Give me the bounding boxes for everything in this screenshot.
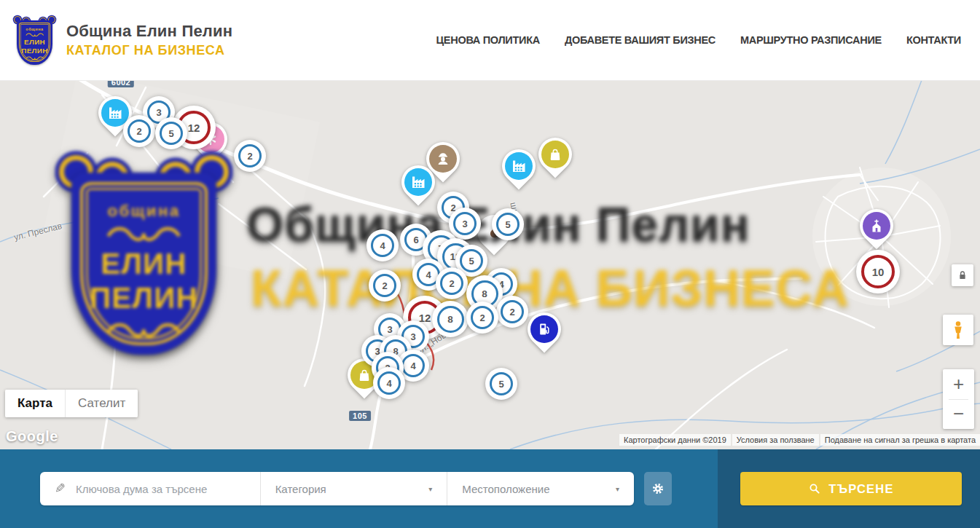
keyword-section: ✎: [40, 472, 261, 505]
search-icon: [808, 482, 821, 495]
watermark-subtitle: КАТАЛОГ НА БИЗНЕСА: [251, 259, 850, 318]
nav-route-schedule[interactable]: МАРШРУТНО РАЗПИСАНИЕ: [740, 34, 882, 46]
map-cluster-marker[interactable]: 2: [466, 302, 498, 334]
lock-button[interactable]: [952, 264, 973, 286]
search-button[interactable]: ТЪРСЕНЕ: [740, 472, 962, 505]
site-subtitle: КАТАЛОГ НА БИЗНЕСА: [66, 43, 232, 58]
elin-pelin-coat-of-arms: общинаЕЛИНПЕЛИН: [15, 15, 55, 64]
map-cluster-marker[interactable]: 4: [366, 229, 399, 261]
site-logo[interactable]: общинаЕЛИНПЕЛИН Община Елин Пелин КАТАЛО…: [15, 15, 232, 64]
search-input-group: ✎ Категория ▾ Местоположение ▾: [40, 472, 634, 505]
zoom-out-button[interactable]: −: [943, 399, 974, 429]
map-attribution: Картографски данни ©2019 Условия за полз…: [619, 434, 980, 446]
elin-pelin-coat-of-arms: общинаЕЛИНПЕЛИН: [62, 154, 226, 355]
chevron-down-icon: ▾: [428, 485, 432, 493]
site-title: Община Елин Пелин: [66, 22, 232, 41]
category-select-label: Категория: [275, 483, 326, 495]
search-bar: ✎ Категория ▾ Местоположение ▾: [0, 449, 980, 528]
site-header: общинаЕЛИНПЕЛИН Община Елин Пелин КАТАЛО…: [0, 0, 980, 81]
map-cluster-marker[interactable]: 5: [155, 117, 187, 149]
map-cluster-marker[interactable]: 2: [123, 115, 155, 147]
pegman-icon: [947, 319, 969, 341]
advanced-settings-button[interactable]: [644, 472, 672, 505]
pencil-icon: ✎: [55, 481, 66, 497]
search-button-label: ТЪРСЕНЕ: [828, 482, 893, 496]
location-select[interactable]: Местоположение ▾: [447, 472, 634, 505]
category-select[interactable]: Категория ▾: [261, 472, 448, 505]
map-cluster-marker[interactable]: 2: [234, 140, 266, 172]
map-type-satellite-button[interactable]: Сателит: [65, 390, 138, 417]
watermark-emblem: общинаЕЛИНПЕЛИН: [62, 154, 226, 355]
municipality-emblem-logo: общинаЕЛИНПЕЛИН: [15, 15, 55, 64]
map-cluster-marker[interactable]: 5: [485, 368, 517, 400]
map-cluster-marker[interactable]: 5: [492, 208, 524, 240]
attribution-report-link[interactable]: Подаване на сигнал за грешка в картата: [820, 434, 980, 446]
map-type-control: Карта Сателит: [5, 390, 138, 417]
nav-add-your-business[interactable]: ДОБАВЕТЕ ВАШИЯТ БИЗНЕС: [565, 34, 716, 46]
keyword-search-input[interactable]: [74, 482, 260, 496]
gear-icon: [650, 481, 666, 497]
map-cluster-marker[interactable]: 8: [432, 301, 469, 337]
location-select-label: Местоположение: [462, 483, 549, 495]
zoom-in-button[interactable]: +: [943, 369, 974, 399]
chevron-down-icon: ▾: [616, 485, 619, 493]
attribution-terms-link[interactable]: Условия за ползване: [732, 434, 819, 446]
map-canvas[interactable]: 6002105ул. Преславбул. „Новоселщи Община…: [0, 80, 980, 449]
map-cluster-marker[interactable]: 2: [369, 269, 401, 302]
map-cluster-marker[interactable]: 2: [436, 267, 468, 299]
map-type-map-button[interactable]: Карта: [5, 390, 65, 417]
google-logo[interactable]: Google: [6, 428, 58, 445]
main-nav: ЦЕНОВА ПОЛИТИКА ДОБАВЕТЕ ВАШИЯТ БИЗНЕС М…: [436, 34, 961, 46]
attribution-copyright: Картографски данни ©2019: [619, 434, 731, 446]
street-view-pegman-button[interactable]: [943, 315, 973, 345]
nav-pricing-policy[interactable]: ЦЕНОВА ПОЛИТИКА: [436, 34, 540, 46]
lock-icon: [955, 268, 970, 283]
map-cluster-marker[interactable]: 2: [496, 296, 528, 328]
zoom-control: + −: [943, 369, 974, 429]
map-cluster-marker[interactable]: 10: [856, 250, 900, 293]
map-cluster-marker[interactable]: 4: [373, 367, 405, 399]
nav-contacts[interactable]: КОНТАКТИ: [906, 34, 961, 46]
